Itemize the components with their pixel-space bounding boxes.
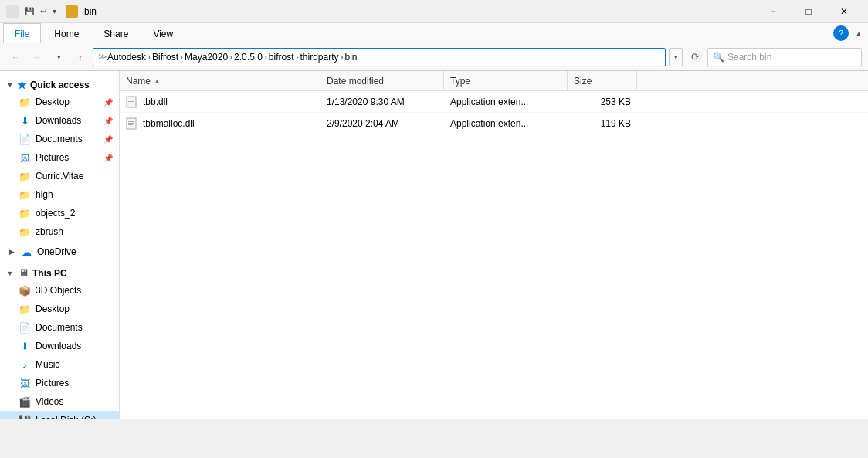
sidebar-item-label: Documents [36,134,83,144]
breadcrumb-autodesk[interactable]: Name Autodesk [107,52,146,63]
sidebar-item-onedrive[interactable]: ▶ ☁ OneDrive [0,243,119,261]
sidebar-section-this-pc[interactable]: ▼ 🖥 This PC [0,263,119,281]
sidebar-item-music[interactable]: ♪ Music [0,355,119,374]
search-box[interactable]: 🔍 Search bin [707,48,862,66]
sidebar-item-desktop-pinned[interactable]: 📁 Desktop 📌 [0,93,119,111]
qat-icon [6,5,19,18]
file-list-header: Name ▲ Date modified Type Size [120,71,868,91]
music-icon: ♪ [19,358,31,371]
sidebar-item-pictures-pc[interactable]: 🖼 Pictures [0,374,119,392]
expand-arrow-this-pc: ▼ [6,270,14,277]
sidebar-item-local-disk-c[interactable]: 💾 Local Disk (C:) [0,411,119,419]
file-list: Name ▲ Date modified Type Size [120,71,868,419]
qat-undo[interactable]: ↩ [40,7,46,15]
file-icon-tbb [126,96,138,108]
sidebar-item-label: high [36,189,53,200]
main-area: ▼ ★ Quick access 📁 Desktop 📌 ⬇ Downloads… [0,71,868,419]
address-dropdown-button[interactable]: ▾ [669,48,683,66]
sidebar-item-label: Local Disk (C:) [36,415,97,419]
close-button[interactable]: ✕ [826,0,862,23]
sidebar-item-pictures-pinned[interactable]: 🖼 Pictures 📌 [0,148,119,167]
sidebar: ▼ ★ Quick access 📁 Desktop 📌 ⬇ Downloads… [0,71,120,419]
sidebar-item-label: Desktop [36,97,70,107]
expand-arrow-quick-access: ▼ [6,81,14,89]
sidebar-item-label: Pictures [36,152,69,163]
sidebar-item-label: zbrush [36,226,63,237]
onedrive-icon: ☁ [20,246,32,258]
qat-dropdown[interactable]: ▾ [53,7,56,15]
local-disk-c-icon: 💾 [19,414,31,419]
breadcrumb-bifrost[interactable]: Bifrost [152,52,178,63]
this-pc-icon: 🖥 [17,267,29,280]
title-bar: 💾 ↩ ▾ bin − □ ✕ [0,0,868,23]
documents-pinned-icon: 📄 [19,133,31,145]
breadcrumb-bin[interactable]: bin [345,52,358,63]
sep4: › [264,52,267,63]
expand-arrow-onedrive: ▶ [8,248,15,256]
svg-rect-1 [128,100,134,100]
tab-home[interactable]: Home [42,23,90,43]
help-button[interactable]: ? [833,25,849,41]
col-header-size[interactable]: Size [568,71,637,91]
sidebar-item-label: Downloads [36,341,81,351]
sep1: › [147,52,151,63]
ribbon-collapse-button[interactable]: ▲ [853,23,865,43]
file-size-tbb: 253 KB [568,97,637,107]
sidebar-item-label: Downloads [36,115,81,126]
qat-save[interactable]: 💾 [25,7,34,15]
forward-button[interactable]: → [28,48,46,66]
recent-locations-button[interactable]: ▾ [49,48,68,66]
sidebar-item-curricvitae[interactable]: 📁 Curric.Vitae [0,167,119,185]
tab-file[interactable]: File [3,23,41,43]
tab-view[interactable]: View [141,23,185,43]
sidebar-section-quick-access[interactable]: ▼ ★ Quick access [0,74,119,93]
sidebar-item-desktop-pc[interactable]: 📁 Desktop [0,300,119,318]
sidebar-item-objects2[interactable]: 📁 objects_2 [0,204,119,222]
breadcrumb-version[interactable]: 2.0.5.0 [234,52,263,63]
downloads-pc-icon: ⬇ [19,340,31,352]
sidebar-item-label: Desktop [36,304,70,314]
high-icon: 📁 [19,188,31,201]
sep6: › [341,52,344,63]
svg-rect-3 [128,103,133,103]
file-date-tbbmalloc: 2/9/2020 2:04 AM [320,118,444,129]
file-date-tbb: 1/13/2020 9:30 AM [320,97,444,107]
sidebar-item-downloads-pinned[interactable]: ⬇ Downloads 📌 [0,111,119,130]
col-header-type[interactable]: Type [444,71,568,91]
sidebar-item-label: objects_2 [36,208,75,219]
tab-share[interactable]: Share [92,23,140,43]
refresh-button[interactable]: ⟳ [686,48,704,66]
svg-rect-7 [128,124,133,125]
sidebar-item-high[interactable]: 📁 high [0,185,119,204]
sep2: › [180,52,183,63]
up-button[interactable]: ↑ [71,48,90,66]
sidebar-item-documents-pinned[interactable]: 📄 Documents 📌 [0,130,119,148]
sidebar-item-label: Pictures [36,378,69,388]
breadcrumb-thirdparty[interactable]: thirdparty [300,52,339,63]
desktop-pinned-icon: 📁 [19,96,31,108]
ribbon: File Home Share View ? ▲ [0,23,868,43]
pictures-pinned-icon: 🖼 [19,151,31,164]
sidebar-item-downloads-pc[interactable]: ⬇ Downloads [0,337,119,355]
sidebar-item-zbrush[interactable]: 📁 zbrush [0,222,119,241]
breadcrumb-bifrost2[interactable]: bifrost [269,52,294,63]
file-row-tbb[interactable]: tbb.dll 1/13/2020 9:30 AM Application ex… [120,91,868,113]
window-title: bin [84,6,97,17]
file-row-tbbmalloc[interactable]: tbbmalloc.dll 2/9/2020 2:04 AM Applicati… [120,113,868,134]
file-icon-tbbmalloc [126,117,138,130]
col-header-name[interactable]: Name ▲ [120,71,320,91]
file-name-tbbmalloc: tbbmalloc.dll [120,117,320,130]
back-button[interactable]: ← [6,48,25,66]
address-path[interactable]: ≫ Name Autodesk › Bifrost › Maya2020 › 2… [93,48,666,66]
minimize-button[interactable]: − [755,0,791,23]
breadcrumb-maya2020[interactable]: Maya2020 [185,52,228,63]
3dobjects-icon: 📦 [19,284,31,297]
pin-icon: 📌 [103,98,113,107]
sidebar-item-3dobjects[interactable]: 📦 3D Objects [0,281,119,300]
sidebar-item-videos[interactable]: 🎬 Videos [0,392,119,411]
file-size-tbbmalloc: 119 KB [568,118,637,129]
maximize-button[interactable]: □ [791,0,826,23]
svg-rect-6 [128,123,134,124]
col-header-date[interactable]: Date modified [320,71,444,91]
sidebar-item-documents-pc[interactable]: 📄 Documents [0,318,119,337]
